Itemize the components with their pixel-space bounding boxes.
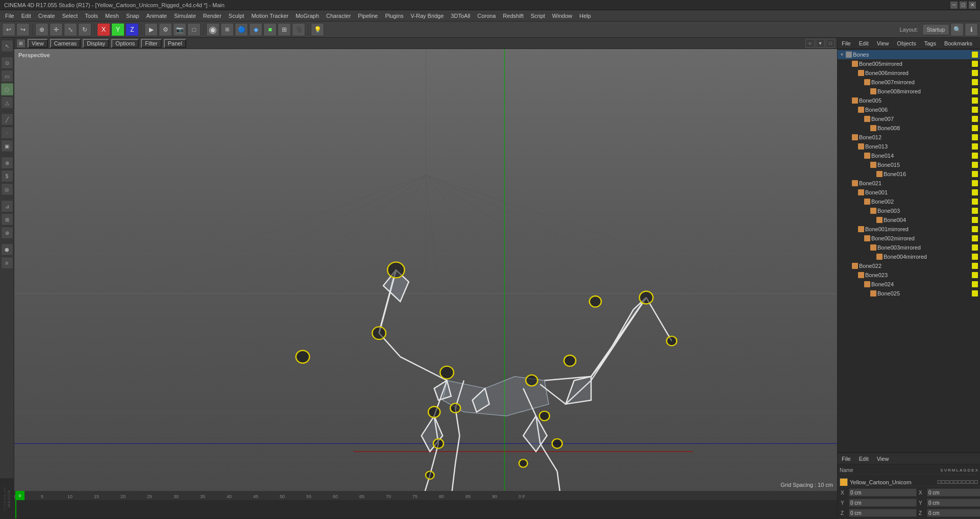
layout-select[interactable]: Startup [922, 24, 949, 35]
tree-item-bone001[interactable]: Bone001 [838, 188, 980, 197]
active-tool-button[interactable]: ⬡ [1, 83, 13, 95]
menu-item-edit[interactable]: Edit [18, 12, 34, 20]
tree-item-bone008[interactable]: Bone008 [838, 123, 980, 133]
tree-item-bone004[interactable]: Bone004 [838, 215, 980, 225]
menu-item-plugins[interactable]: Plugins [382, 12, 406, 20]
om-view-menu[interactable]: View [875, 40, 891, 47]
tree-item-bone023[interactable]: Bone023 [838, 270, 980, 280]
om-objects-menu[interactable]: Objects [895, 40, 918, 47]
timeline-track[interactable] [14, 500, 837, 519]
wireframe-button[interactable]: ⊞ [220, 23, 234, 36]
viewport-ctrl-3[interactable]: □ [826, 39, 835, 48]
knife-tool-button[interactable]: ⊿ [1, 200, 13, 212]
search-button[interactable]: 🔍 [950, 23, 964, 36]
menu-item-file[interactable]: File [2, 12, 17, 20]
render-region-button[interactable]: □ [187, 23, 201, 36]
shader-button[interactable]: ◆ [249, 23, 262, 36]
menu-item-motion tracker[interactable]: Motion Tracker [248, 12, 291, 20]
menu-item-character[interactable]: Character [323, 12, 354, 20]
face-tool-button[interactable]: ▣ [1, 140, 13, 152]
morph-tool-button[interactable]: ◎ [1, 183, 13, 195]
quad-view-button[interactable]: ⊞ [278, 23, 291, 36]
texture-button[interactable]: ■ [263, 23, 277, 36]
edge-tool-button[interactable]: ╱ [1, 113, 13, 126]
menu-item-snap[interactable]: Snap [123, 12, 142, 20]
tree-item-bone021[interactable]: Bone021 [838, 179, 980, 188]
tree-item-bone006[interactable]: Bone006 [838, 105, 980, 114]
om-bookmarks-menu[interactable]: Bookmarks [942, 40, 974, 47]
poly-selection-button[interactable]: △ [1, 96, 13, 109]
viewport-options-menu[interactable]: Options [111, 39, 139, 48]
render-settings-button[interactable]: ⚙ [159, 23, 172, 36]
menu-item-simulate[interactable]: Simulate [171, 12, 199, 20]
viewport-display-menu[interactable]: Display [83, 39, 109, 48]
viewport[interactable]: Perspective [14, 49, 837, 491]
z-size-input[interactable] [927, 509, 980, 517]
sculpt-tool-button[interactable]: ⊛ [1, 227, 13, 239]
tree-item-bone002m[interactable]: Bone002mirrored [838, 234, 980, 243]
tree-item-bone001m[interactable]: Bone001mirrored [838, 225, 980, 234]
menu-item-sculpt[interactable]: Sculpt [226, 12, 248, 20]
x-pos-input[interactable] [849, 488, 917, 497]
light-button[interactable]: 💡 [311, 23, 324, 36]
render-active-button[interactable]: ▶ [144, 23, 158, 36]
live-selection-button[interactable]: ⊙ [1, 57, 13, 69]
viewport-ctrl-1[interactable]: ⊹ [805, 39, 815, 48]
weight-tool-button[interactable]: $ [1, 170, 13, 182]
select-tool-button[interactable]: ⊕ [35, 23, 48, 36]
menu-item-3dtoall[interactable]: 3DToAll [448, 12, 473, 20]
menu-item-select[interactable]: Select [59, 12, 81, 20]
mp-file-menu[interactable]: File [840, 455, 853, 462]
camera-button[interactable]: 🎥 [292, 23, 305, 36]
rotate-tool-button[interactable]: ↻ [78, 23, 91, 36]
viewport-cameras-menu[interactable]: Cameras [50, 39, 81, 48]
viewport-mode-button[interactable]: ◉ [206, 23, 219, 36]
tree-item-bone007m[interactable]: Bone007mirrored [838, 78, 980, 87]
y-pos-input[interactable] [849, 499, 917, 507]
viewport-ctrl-2[interactable]: ▼ [816, 39, 825, 48]
tree-item-bones[interactable]: ▼ Bones [838, 50, 980, 59]
tree-item-bone013[interactable]: Bone013 [838, 142, 980, 151]
menu-item-pipeline[interactable]: Pipeline [355, 12, 381, 20]
tree-item-bone014[interactable]: Bone014 [838, 151, 980, 160]
menu-item-tools[interactable]: Tools [82, 12, 101, 20]
menu-item-corona[interactable]: Corona [474, 12, 499, 20]
redo-button[interactable]: ↪ [16, 23, 30, 36]
tree-item-bone022[interactable]: Bone022 [838, 261, 980, 270]
tree-item-bone003m[interactable]: Bone003mirrored [838, 243, 980, 252]
z-pos-input[interactable] [849, 509, 917, 517]
maximize-button[interactable]: □ [960, 2, 967, 9]
menu-item-redshift[interactable]: Redshift [500, 12, 526, 20]
tree-item-bone008m[interactable]: Bone008mirrored [838, 87, 980, 96]
viewport-panel-menu[interactable]: Panel [164, 39, 186, 48]
om-edit-menu[interactable]: Edit [857, 40, 871, 47]
tree-item-bone006m[interactable]: Bone006mirrored [838, 68, 980, 78]
tree-item-bone015[interactable]: Bone015 [838, 160, 980, 169]
tree-item-bone007[interactable]: Bone007 [838, 114, 980, 123]
mp-view-menu[interactable]: View [875, 455, 891, 462]
display-mode-button[interactable]: 🔵 [235, 23, 248, 36]
menu-item-mesh[interactable]: Mesh [102, 12, 122, 20]
menu-item-animate[interactable]: Animate [143, 12, 170, 20]
om-tags-menu[interactable]: Tags [922, 40, 938, 47]
tree-item-bone016[interactable]: Bone016 [838, 169, 980, 179]
playhead-marker[interactable]: 0 [15, 491, 24, 500]
om-file-menu[interactable]: File [840, 40, 853, 47]
viewport-view-menu[interactable]: View [28, 39, 48, 48]
minimize-button[interactable]: ─ [950, 2, 958, 9]
z-axis-button[interactable]: Z [126, 23, 139, 36]
layer-tool-button[interactable]: ≡ [1, 257, 13, 269]
y-axis-button[interactable]: Y [111, 23, 125, 36]
menu-item-create[interactable]: Create [35, 12, 58, 20]
pointer-tool-button[interactable]: ↖ [1, 40, 13, 52]
viewport-filter-menu[interactable]: Filter [141, 39, 161, 48]
undo-button[interactable]: ↩ [2, 23, 15, 36]
tree-item-bone002[interactable]: Bone002 [838, 197, 980, 206]
tree-item-bone012[interactable]: Bone012 [838, 133, 980, 142]
menu-item-v-ray bridge[interactable]: V-Ray Bridge [408, 12, 447, 20]
magnet-tool-button[interactable]: ⊞ [1, 213, 13, 226]
material-row-1[interactable]: Yellow_Cartoon_Unicorn ☐☐☐☐☐☐☐☐☐☐ [840, 477, 978, 486]
x-size-input[interactable] [927, 488, 980, 497]
info-button[interactable]: ℹ [965, 23, 978, 36]
joint-tool-button[interactable]: ⊕ [1, 157, 13, 169]
